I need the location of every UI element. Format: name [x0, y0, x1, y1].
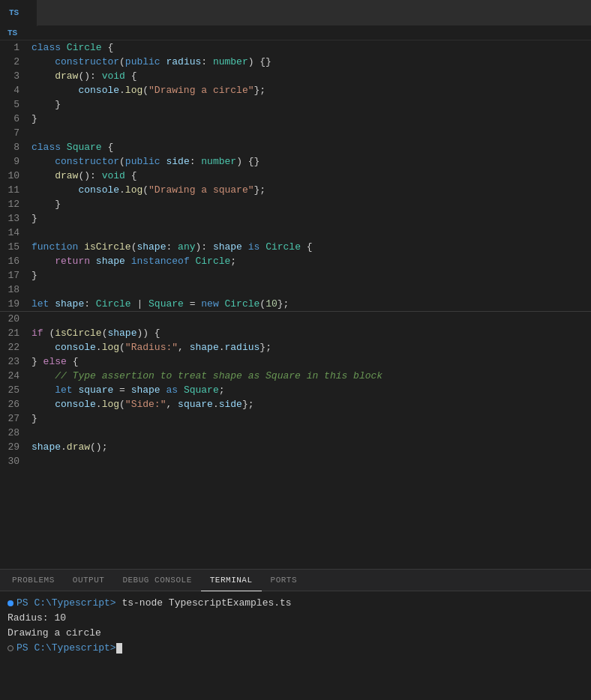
- terminal-dot: [8, 600, 14, 606]
- code-line: 10 draw(): void {: [0, 169, 591, 183]
- line-content: shape.draw();: [32, 440, 591, 454]
- line-content: constructor(public radius: number) {}: [32, 55, 591, 69]
- line-number: 22: [0, 340, 32, 354]
- terminal-output: Drawing a circle: [8, 627, 101, 639]
- line-number: 25: [0, 383, 32, 397]
- code-line: 20: [0, 311, 591, 326]
- code-line: 2 constructor(public radius: number) {}: [0, 55, 591, 69]
- code-line: 18: [0, 283, 591, 297]
- line-number: 3: [0, 69, 32, 83]
- code-line: 9 constructor(public side: number) {}: [0, 154, 591, 169]
- code-line: 28: [0, 426, 591, 440]
- code-line: 12 }: [0, 197, 591, 211]
- code-line: 22 console.log("Radius:", shape.radius};: [0, 340, 591, 354]
- breadcrumb: TS: [0, 26, 591, 40]
- code-line: 6}: [0, 112, 591, 126]
- code-line: 30: [0, 454, 591, 468]
- terminal-prompt: PS C:\Typescript>: [16, 642, 116, 654]
- code-line: 3 draw(): void {: [0, 69, 591, 83]
- code-line: 15function isCircle(shape: any): shape i…: [0, 240, 591, 254]
- code-line: 25 let square = shape as Square;: [0, 383, 591, 397]
- line-content: console.log("Radius:", shape.radius};: [32, 340, 591, 354]
- line-number: 18: [0, 283, 32, 297]
- terminal-dot: [8, 645, 14, 651]
- ts-badge: TS: [9, 8, 19, 17]
- line-content: let shape: Circle | Square = new Circle(…: [32, 297, 591, 311]
- code-line: 21if (isCircle(shape)) {: [0, 326, 591, 340]
- panel-tab-output[interactable]: OUTPUT: [64, 570, 114, 591]
- line-number: 16: [0, 254, 32, 268]
- breadcrumb-ts-badge: TS: [8, 28, 17, 37]
- panel-tab-bar: PROBLEMSOUTPUTDEBUG CONSOLETERMINALPORTS: [0, 570, 591, 591]
- terminal-line: Radius: 10: [8, 611, 584, 626]
- line-content: let square = shape as Square;: [32, 383, 591, 397]
- bottom-panel: PROBLEMSOUTPUTDEBUG CONSOLETERMINALPORTS…: [0, 569, 591, 700]
- line-content: }: [32, 197, 591, 211]
- line-number: 28: [0, 426, 32, 440]
- line-number: 23: [0, 354, 32, 369]
- terminal-output: Radius: 10: [8, 612, 66, 624]
- line-content: return shape instanceof Circle;: [32, 254, 591, 268]
- line-content: class Circle {: [32, 40, 591, 55]
- line-content: constructor(public side: number) {}: [32, 154, 591, 169]
- line-content: class Square {: [32, 140, 591, 154]
- line-content: function isCircle(shape: any): shape is …: [32, 240, 591, 254]
- line-number: 27: [0, 411, 32, 426]
- line-content: draw(): void {: [32, 69, 591, 83]
- line-number: 7: [0, 126, 32, 140]
- terminal-line: PS C:\Typescript>: [8, 641, 584, 656]
- code-line: 26 console.log("Side:", square.side};: [0, 397, 591, 411]
- line-content: }: [32, 112, 591, 126]
- line-content: }: [32, 97, 591, 112]
- terminal-content[interactable]: PS C:\Typescript> ts-node TypescriptExam…: [0, 591, 591, 700]
- code-line: 8class Square {: [0, 140, 591, 154]
- panel-tab-terminal[interactable]: TERMINAL: [201, 570, 262, 591]
- code-editor[interactable]: 1class Circle {2 constructor(public radi…: [0, 40, 591, 569]
- line-number: 21: [0, 326, 32, 340]
- line-number: 1: [0, 40, 32, 55]
- line-number: 15: [0, 240, 32, 254]
- line-number: 9: [0, 154, 32, 169]
- code-line: 16 return shape instanceof Circle;: [0, 254, 591, 268]
- terminal-line: Drawing a circle: [8, 626, 584, 641]
- line-number: 8: [0, 140, 32, 154]
- panel-tab-ports[interactable]: PORTS: [262, 570, 307, 591]
- line-number: 10: [0, 169, 32, 183]
- line-number: 13: [0, 211, 32, 226]
- code-line: 24 // Type assertion to treat shape as S…: [0, 369, 591, 383]
- terminal-cursor: [116, 643, 122, 654]
- line-number: 17: [0, 268, 32, 283]
- line-number: 12: [0, 197, 32, 211]
- code-line: 19let shape: Circle | Square = new Circl…: [0, 297, 591, 311]
- line-number: 24: [0, 369, 32, 383]
- line-number: 11: [0, 183, 32, 197]
- code-line: 11 console.log("Drawing a square"};: [0, 183, 591, 197]
- line-content: }: [32, 411, 591, 426]
- line-number: 4: [0, 83, 32, 97]
- line-number: 6: [0, 112, 32, 126]
- line-content: draw(): void {: [32, 169, 591, 183]
- terminal-prompt: PS C:\Typescript>: [16, 597, 116, 609]
- code-line: 14: [0, 226, 591, 240]
- line-content: // Type assertion to treat shape as Squa…: [32, 369, 591, 383]
- code-line: 27}: [0, 411, 591, 426]
- line-content: }: [32, 268, 591, 283]
- line-content: }: [32, 211, 591, 226]
- line-number: 30: [0, 454, 32, 468]
- file-tab[interactable]: TS: [0, 0, 38, 26]
- code-line: 5 }: [0, 97, 591, 112]
- line-number: 2: [0, 55, 32, 69]
- line-number: 14: [0, 226, 32, 240]
- code-line: 4 console.log("Drawing a circle"};: [0, 83, 591, 97]
- line-content: console.log("Drawing a square"};: [32, 183, 591, 197]
- code-line: 29shape.draw();: [0, 440, 591, 454]
- terminal-line: PS C:\Typescript> ts-node TypescriptExam…: [8, 596, 584, 611]
- code-line: 1class Circle {: [0, 40, 591, 55]
- code-line: 7: [0, 126, 591, 140]
- line-content: console.log("Drawing a circle"};: [32, 83, 591, 97]
- panel-tab-problems[interactable]: PROBLEMS: [3, 570, 64, 591]
- panel-tab-debug-console[interactable]: DEBUG CONSOLE: [113, 570, 200, 591]
- code-line: 23} else {: [0, 354, 591, 369]
- line-number: 20: [0, 312, 32, 326]
- line-number: 5: [0, 97, 32, 112]
